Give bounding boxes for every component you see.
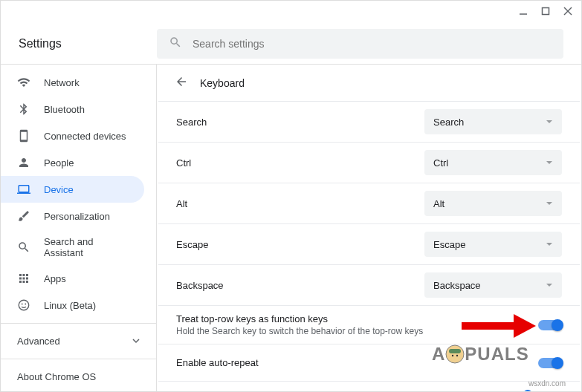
row-delay: Delay before repeat Long Short: [158, 382, 580, 391]
sidebar-item-label: Connected devices: [44, 131, 126, 142]
dropdown-ctrl[interactable]: Ctrl: [424, 150, 562, 175]
page-title: Settings: [19, 37, 157, 50]
dropdown-value: Alt: [433, 198, 444, 209]
site-watermark: wsxdn.com: [528, 379, 566, 388]
chevron-down-icon: [132, 336, 140, 347]
wifi-icon: [17, 76, 30, 89]
row-sublabel: Hold the Search key to switch the behavi…: [176, 326, 423, 336]
sidebar-item-people[interactable]: People: [1, 149, 144, 176]
maximize-icon[interactable]: [541, 7, 550, 18]
dropdown-search[interactable]: Search: [424, 109, 562, 134]
main-content: Keyboard Search Search Ctrl Ctrl: [157, 65, 581, 391]
chevron-down-icon: [546, 117, 553, 128]
sidebar-item-search-assistant[interactable]: Search and Assistant: [1, 229, 144, 265]
row-label: Ctrl: [176, 157, 191, 169]
dropdown-alt[interactable]: Alt: [424, 191, 562, 216]
search-box[interactable]: [157, 29, 563, 59]
row-search-key: Search Search: [158, 102, 580, 143]
dropdown-value: Escape: [433, 239, 465, 250]
sidebar-item-personalization[interactable]: Personalization: [1, 203, 144, 229]
chevron-down-icon: [546, 239, 553, 250]
svg-point-5: [22, 304, 23, 305]
bluetooth-icon: [17, 102, 30, 116]
search-icon: [169, 36, 182, 51]
chevron-down-icon: [546, 198, 553, 209]
row-label: Search: [176, 117, 207, 128]
chevron-down-icon: [546, 157, 553, 169]
sidebar-item-label: People: [44, 157, 74, 169]
row-backspace-key: Backspace Backspace: [158, 265, 580, 306]
sidebar-item-network[interactable]: Network: [1, 69, 144, 96]
linux-icon: [17, 298, 30, 312]
sidebar-item-label: Network: [44, 77, 80, 88]
sidebar-item-connected-devices[interactable]: Connected devices: [1, 122, 144, 149]
sidebar-item-label: Apps: [44, 273, 66, 284]
sidebar-item-label: Bluetooth: [44, 104, 85, 115]
toggle-toprow[interactable]: [538, 320, 562, 330]
chevron-down-icon: [546, 280, 553, 291]
about-label: About Chrome OS: [17, 371, 96, 382]
sidebar-item-label: Device: [44, 184, 74, 195]
search-input[interactable]: [193, 38, 552, 50]
phone-icon: [17, 129, 30, 143]
laptop-icon: [17, 183, 30, 196]
toggle-autorepeat[interactable]: [538, 358, 562, 368]
dropdown-value: Ctrl: [433, 157, 448, 169]
row-label: Escape: [176, 239, 208, 250]
person-icon: [17, 156, 30, 169]
sidebar-item-linux[interactable]: Linux (Beta): [1, 292, 144, 318]
sidebar-item-device[interactable]: Device: [1, 176, 144, 203]
row-label: Treat top-row keys as function keys: [176, 313, 423, 324]
close-icon[interactable]: [563, 7, 572, 18]
sidebar: Network Bluetooth Connected devices Peop…: [1, 65, 157, 391]
sidebar-item-label: Personalization: [44, 211, 110, 222]
sidebar-about[interactable]: About Chrome OS: [1, 364, 156, 390]
dropdown-value: Backspace: [433, 280, 481, 291]
brush-icon: [17, 209, 30, 223]
minimize-icon[interactable]: [519, 7, 528, 18]
back-button[interactable]: [175, 75, 188, 91]
sidebar-item-label: Linux (Beta): [44, 300, 96, 311]
window-titlebar: [1, 1, 581, 23]
row-label: Alt: [176, 198, 187, 209]
sidebar-advanced[interactable]: Advanced: [1, 328, 156, 354]
row-escape-key: Escape Escape: [158, 224, 580, 265]
sidebar-item-bluetooth[interactable]: Bluetooth: [1, 96, 144, 122]
dropdown-escape[interactable]: Escape: [424, 232, 562, 257]
row-label: Enable auto-repeat: [176, 357, 259, 368]
subpage-title: Keyboard: [200, 77, 245, 89]
row-toprow-keys: Treat top-row keys as function keys Hold…: [158, 306, 580, 344]
sidebar-item-apps[interactable]: Apps: [1, 265, 144, 292]
svg-point-4: [19, 300, 29, 310]
row-ctrl-key: Ctrl Ctrl: [158, 143, 580, 183]
search-icon: [17, 241, 30, 254]
svg-point-6: [25, 304, 26, 305]
sidebar-item-label: Search and Assistant: [44, 236, 128, 258]
row-label: Backspace: [176, 280, 224, 291]
row-autorepeat: Enable auto-repeat: [158, 344, 580, 382]
dropdown-value: Search: [433, 117, 464, 128]
apps-icon: [17, 272, 30, 285]
dropdown-backspace[interactable]: Backspace: [424, 272, 562, 298]
advanced-label: Advanced: [17, 336, 60, 347]
svg-rect-1: [543, 7, 549, 14]
row-alt-key: Alt Alt: [158, 183, 580, 224]
